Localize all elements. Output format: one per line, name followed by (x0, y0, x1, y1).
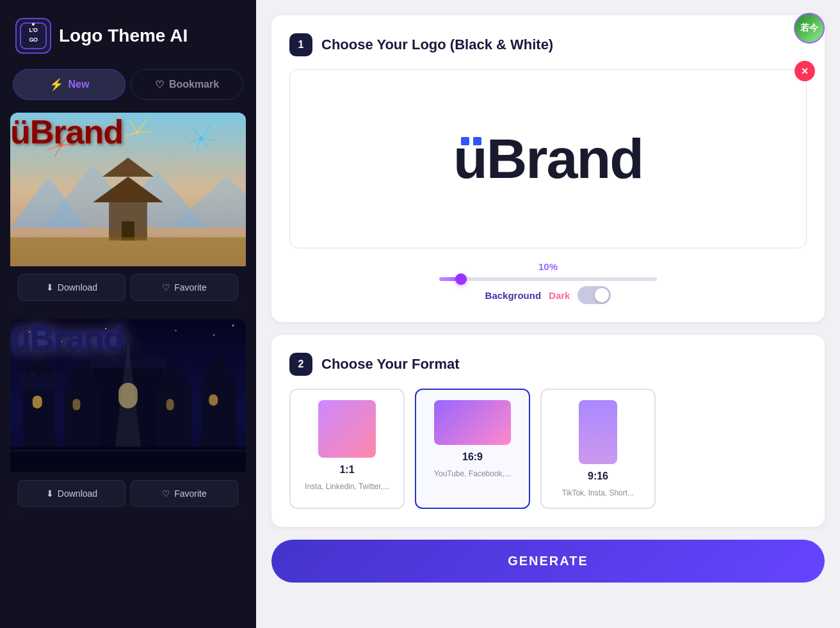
svg-rect-27 (109, 202, 147, 241)
format-card-1-1[interactable]: 1:1 Insta, Linkedin, Twitter,... (289, 389, 405, 509)
slider-track[interactable] (439, 277, 657, 281)
step2-title: Choose Your Format (321, 356, 460, 373)
format-1-1-thumbnail (318, 400, 376, 458)
main-content: 若今 1 Choose Your Logo (Black & White) × … (256, 0, 840, 628)
card2-favorite-label: Favorite (174, 488, 207, 499)
format-grid: 1:1 Insta, Linkedin, Twitter,... 16:9 Yo… (289, 389, 807, 509)
svg-rect-47 (33, 396, 42, 408)
step1-header: 1 Choose Your Logo (Black & White) (289, 33, 807, 56)
step2-header: 2 Choose Your Format (289, 353, 807, 376)
svg-rect-31 (10, 238, 246, 266)
card2-download-label: Download (58, 488, 97, 499)
card2-download-button[interactable]: ⬇ Download (18, 480, 125, 507)
logo-header: L'O GO Logo Theme AI (0, 0, 256, 69)
step1-title: Choose Your Logo (Black & White) (321, 36, 553, 53)
heart-icon: ♡ (162, 282, 170, 293)
svg-rect-53 (201, 383, 236, 459)
svg-rect-41 (20, 376, 58, 389)
svg-marker-5 (10, 177, 86, 228)
card1-favorite-label: Favorite (174, 282, 207, 293)
download-icon-2: ⬇ (46, 488, 54, 499)
generate-button[interactable]: GENERATE (271, 540, 825, 583)
step2-section: 2 Choose Your Format 1:1 Insta, Linkedin… (271, 335, 825, 527)
logo-preview-box: × ü Brand (289, 69, 807, 248)
close-button[interactable]: × (795, 61, 815, 81)
app-title: Logo Theme AI (59, 26, 188, 46)
format-16-9-ratio: 16:9 (462, 451, 483, 463)
blue-dot-1 (461, 137, 469, 145)
svg-rect-62 (10, 447, 246, 472)
blue-dot-2 (473, 137, 481, 145)
card1-download-label: Download (58, 282, 97, 293)
svg-marker-29 (102, 157, 154, 177)
bookmark-tab-label: Bookmark (169, 79, 219, 90)
svg-rect-63 (10, 450, 246, 452)
format-9-16-desc: TikTok, Insta, Short... (562, 488, 634, 497)
card2-brand-text: üBrand (10, 319, 246, 357)
ubrand-text-main: ü (453, 127, 487, 190)
ubrand-u-char: ü (453, 131, 487, 187)
svg-rect-48 (93, 364, 163, 459)
card2-actions: ⬇ Download ♡ Favorite (10, 472, 246, 515)
svg-text:GO: GO (29, 36, 38, 43)
svg-marker-52 (112, 338, 144, 472)
card-image-1: üBrand (10, 113, 246, 266)
app-logo-icon: L'O GO (15, 18, 51, 54)
svg-rect-45 (42, 371, 48, 379)
blue-dots (461, 137, 481, 145)
lightning-icon: ⚡ (49, 77, 63, 92)
format-1-1-ratio: 1:1 (339, 464, 354, 476)
logo-card-2: üBrand ⬇ Download ♡ Favorite (10, 319, 246, 515)
step1-section: 1 Choose Your Logo (Black & White) × ü B… (271, 15, 825, 322)
dark-toggle[interactable] (578, 286, 611, 304)
svg-rect-43 (20, 371, 26, 379)
svg-rect-40 (23, 383, 55, 459)
bookmark-tab[interactable]: ♡ Bookmark (131, 69, 243, 100)
slider-percent-label: 10% (538, 261, 558, 272)
svg-marker-6 (42, 164, 144, 227)
new-tab[interactable]: ⚡ New (13, 69, 125, 100)
format-9-16-thumbnail (579, 400, 617, 464)
svg-rect-44 (31, 371, 37, 379)
svg-marker-8 (170, 177, 246, 228)
svg-marker-7 (106, 170, 207, 228)
svg-rect-50 (90, 358, 166, 368)
format-1-1-desc: Insta, Linkedin, Twitter,... (305, 482, 389, 491)
toggle-knob (595, 288, 609, 302)
card1-favorite-button[interactable]: ♡ Favorite (131, 274, 238, 301)
step2-badge: 2 (289, 353, 312, 376)
card-image-2: üBrand (10, 319, 246, 472)
sidebar: L'O GO Logo Theme AI ⚡ New ♡ Bookmark (0, 0, 256, 628)
svg-rect-56 (65, 389, 100, 459)
format-card-16-9[interactable]: 16:9 YouTube, Facebook,... (415, 389, 530, 509)
svg-rect-46 (52, 371, 59, 379)
svg-marker-60 (157, 360, 192, 389)
toggle-row: Background Dark (289, 286, 807, 304)
new-tab-label: New (69, 79, 90, 90)
step1-badge: 1 (289, 33, 312, 56)
svg-text:L'O: L'O (29, 27, 38, 33)
svg-marker-57 (65, 360, 100, 389)
heart-icon: ♡ (155, 79, 164, 91)
toggle-label-background: Background (485, 290, 542, 301)
toggle-label-dark: Dark (549, 290, 570, 301)
card-list: üBrand ⬇ Download ♡ Favorite (0, 113, 256, 628)
slider-thumb[interactable] (455, 273, 467, 285)
svg-rect-58 (72, 399, 80, 410)
format-card-9-16[interactable]: 9:16 TikTok, Insta, Short... (540, 389, 656, 509)
format-16-9-thumbnail (434, 400, 511, 445)
logo-card: üBrand ⬇ Download ♡ Favorite (10, 113, 246, 309)
ubrand-logo: ü Brand (453, 131, 643, 187)
svg-rect-55 (209, 394, 218, 406)
card1-brand-text: üBrand (10, 113, 246, 151)
card2-favorite-button[interactable]: ♡ Favorite (131, 480, 238, 507)
nav-tabs: ⚡ New ♡ Bookmark (0, 69, 256, 113)
card1-download-button[interactable]: ⬇ Download (18, 274, 125, 301)
download-icon: ⬇ (46, 282, 54, 293)
user-avatar[interactable]: 若今 (794, 13, 825, 44)
svg-rect-30 (122, 221, 134, 241)
card1-actions: ⬇ Download ♡ Favorite (10, 266, 246, 309)
slider-section: 10% (289, 261, 807, 281)
svg-rect-51 (118, 383, 138, 408)
format-9-16-ratio: 9:16 (588, 471, 608, 482)
